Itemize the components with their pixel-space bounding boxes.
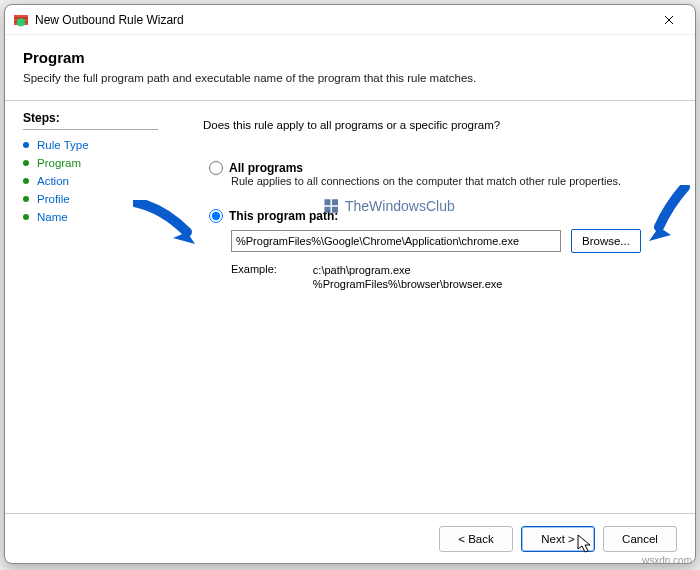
step-label: Profile bbox=[37, 193, 70, 205]
steps-title: Steps: bbox=[23, 111, 173, 125]
radio-all-programs[interactable]: All programs bbox=[209, 161, 673, 175]
body: Steps: Rule Type Program Action Profile … bbox=[5, 101, 695, 513]
step-rule-type[interactable]: Rule Type bbox=[23, 136, 173, 154]
steps-sidebar: Steps: Rule Type Program Action Profile … bbox=[23, 109, 173, 513]
svg-rect-4 bbox=[325, 199, 331, 205]
browse-button[interactable]: Browse... bbox=[571, 229, 641, 253]
question-text: Does this rule apply to all programs or … bbox=[203, 119, 673, 131]
example-label: Example: bbox=[231, 263, 277, 292]
svg-rect-5 bbox=[332, 199, 338, 205]
page-subtitle: Specify the full program path and execut… bbox=[23, 72, 677, 84]
bullet-icon bbox=[23, 214, 29, 220]
step-name[interactable]: Name bbox=[23, 208, 173, 226]
radio-path-label: This program path: bbox=[229, 209, 338, 223]
program-path-input[interactable] bbox=[231, 230, 561, 252]
option-all-programs: All programs Rule applies to all connect… bbox=[209, 161, 673, 187]
radio-all-input[interactable] bbox=[209, 161, 223, 175]
bullet-icon bbox=[23, 178, 29, 184]
footer: < Back Next > Cancel bbox=[5, 513, 695, 563]
step-label: Rule Type bbox=[37, 139, 89, 151]
header: Program Specify the full program path an… bbox=[5, 35, 695, 94]
example-lines: c:\path\program.exe %ProgramFiles%\brows… bbox=[313, 263, 503, 292]
page-title: Program bbox=[23, 49, 677, 66]
firewall-icon bbox=[13, 12, 29, 28]
step-label: Action bbox=[37, 175, 69, 187]
bullet-icon bbox=[23, 160, 29, 166]
step-program[interactable]: Program bbox=[23, 154, 173, 172]
close-icon bbox=[664, 15, 674, 25]
example-block: Example: c:\path\program.exe %ProgramFil… bbox=[231, 263, 673, 292]
wizard-window: New Outbound Rule Wizard Program Specify… bbox=[4, 4, 696, 564]
radio-all-desc: Rule applies to all connections on the c… bbox=[231, 175, 673, 187]
radio-all-label: All programs bbox=[229, 161, 303, 175]
svg-rect-1 bbox=[14, 15, 28, 17]
close-button[interactable] bbox=[651, 8, 687, 32]
cancel-button[interactable]: Cancel bbox=[603, 526, 677, 552]
path-input-row: Browse... bbox=[231, 229, 673, 253]
radio-path-input-choice[interactable] bbox=[209, 209, 223, 223]
next-button[interactable]: Next > bbox=[521, 526, 595, 552]
radio-this-path[interactable]: This program path: bbox=[209, 209, 673, 223]
bullet-icon bbox=[23, 196, 29, 202]
step-profile[interactable]: Profile bbox=[23, 190, 173, 208]
option-this-path: This program path: Browse... Example: c:… bbox=[209, 209, 673, 292]
bullet-icon bbox=[23, 142, 29, 148]
step-action[interactable]: Action bbox=[23, 172, 173, 190]
titlebar: New Outbound Rule Wizard bbox=[5, 5, 695, 35]
content: Does this rule apply to all programs or … bbox=[173, 109, 677, 513]
back-button[interactable]: < Back bbox=[439, 526, 513, 552]
window-title: New Outbound Rule Wizard bbox=[35, 13, 651, 27]
step-label: Name bbox=[37, 211, 68, 223]
source-tag: wsxdn.com bbox=[642, 555, 692, 566]
step-label: Program bbox=[37, 157, 81, 169]
